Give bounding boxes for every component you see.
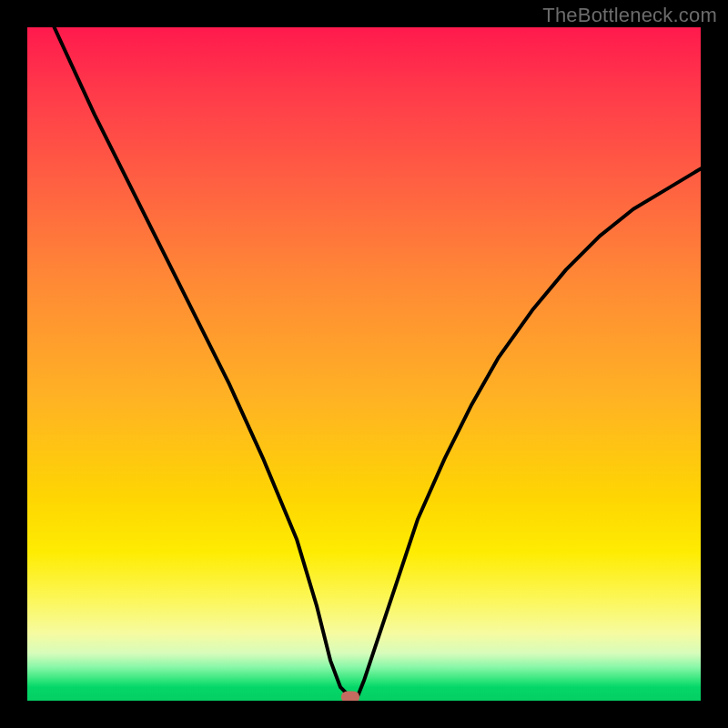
chart-frame: TheBottleneck.com bbox=[0, 0, 728, 728]
bottleneck-curve bbox=[27, 27, 701, 701]
optimum-marker bbox=[341, 692, 359, 701]
watermark-text: TheBottleneck.com bbox=[542, 4, 717, 27]
plot-area bbox=[27, 27, 701, 701]
